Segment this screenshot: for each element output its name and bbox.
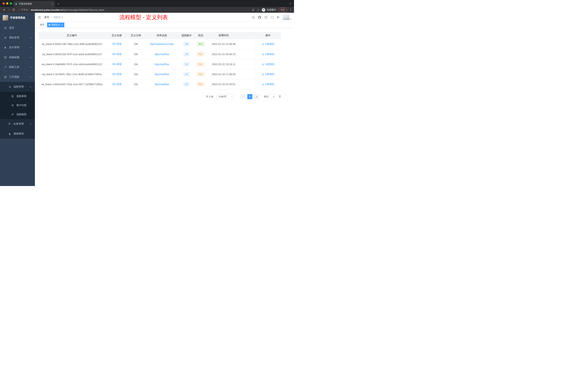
col-header-id: 定义编号 [38, 32, 105, 39]
tag-home[interactable]: 首页 [38, 22, 46, 27]
paper-plane-icon [11, 113, 14, 116]
assign-rule-link[interactable]: 分配规则 [262, 73, 274, 76]
definition-name-link[interactable]: OA 请假 [112, 73, 121, 76]
sidebar-item-process-form[interactable]: 流程表单 [0, 92, 35, 101]
bookmark-star-icon[interactable]: ☆ [257, 8, 260, 11]
version-badge[interactable]: v3 [183, 62, 190, 66]
assign-rule-link[interactable]: 分配规则 [262, 42, 274, 46]
cell-time: 2022-01-16 01:40:51 [208, 79, 239, 89]
user-menu[interactable]: ▾ [283, 14, 291, 20]
definition-name-link[interactable]: OA 请假 [112, 42, 121, 45]
assign-rule-link[interactable]: 分配规则 [262, 83, 274, 86]
form-link[interactable]: /bpm/oa/leave/create [150, 43, 174, 45]
col-header-filler [239, 32, 255, 39]
sidebar-item-devtools[interactable]: 研发工具 [0, 62, 35, 72]
reload-button[interactable] [11, 8, 16, 12]
page-1-button[interactable]: 1 [247, 94, 252, 99]
cell-category: OA [128, 59, 144, 69]
sidebar-item-task-management[interactable]: 任务管理 [0, 119, 35, 129]
sidebar-item-label: 任务管理 [13, 122, 24, 126]
window-zoom-button[interactable] [10, 2, 12, 5]
person-icon [262, 63, 264, 65]
form-link[interactable]: /bpm/oa/flow [155, 63, 169, 66]
sidebar-item-home[interactable]: 首页 [0, 23, 35, 33]
sidebar-item-payment[interactable]: ¥ 支付管理 [0, 43, 35, 52]
table-row: oa_leave:1:482ec033-762a-11ec-8477-a2380… [38, 79, 281, 89]
browser-menu-icon[interactable]: ⋮ [289, 8, 292, 11]
assign-rule-link[interactable]: 分配规则 [262, 63, 274, 66]
definition-name-link[interactable]: OA 请假 [112, 63, 121, 66]
logo-title: 芋道管理系统 [10, 16, 25, 20]
forward-button[interactable] [7, 8, 11, 12]
definition-name-link[interactable]: OA 请假 [112, 53, 121, 55]
sidebar-item-label: 研发工具 [9, 66, 19, 69]
sidebar: 芋道管理系统 首页 系统管理 ¥ 支付管理 基础设施 [0, 13, 35, 186]
address-bar[interactable]: ⚠ 不安全 dashboard.yudao.iocoder.cn/bpm/man… [18, 8, 250, 11]
table-row: oa_leave:4:991f2193-7b7f-11ec-a3c8-acde4… [38, 49, 281, 59]
tag-close-icon[interactable]: × [61, 24, 63, 26]
window-close-button[interactable] [2, 2, 5, 5]
cell-category: OA [128, 79, 144, 89]
security-label[interactable]: 不安全 [21, 8, 28, 11]
sidebar-item-user-group[interactable]: 用户分组 [0, 101, 35, 110]
cell-time: 2022-01-16 17:46:53 [208, 69, 239, 79]
list-icon [8, 86, 11, 88]
definition-name-link[interactable]: OA 请假 [112, 83, 121, 86]
github-icon[interactable] [258, 16, 261, 19]
sidebar-item-label: 流程模型 [16, 113, 27, 116]
person-icon [262, 43, 264, 45]
tools-icon [4, 66, 7, 69]
sidebar-item-process-management[interactable]: 流程管理 [0, 82, 35, 92]
new-tab-button[interactable]: + [56, 1, 61, 6]
version-badge[interactable]: v5 [183, 42, 190, 46]
cell-time: 2022-01-22 20:34:10 [208, 49, 239, 59]
form-link[interactable]: /bpm/oa/flow [155, 83, 169, 86]
browser-tab[interactable]: 芋道管理系统 × [13, 1, 55, 7]
form-link[interactable]: /bpm/oa/flow [155, 73, 169, 76]
tab-search-chevron-icon[interactable] [289, 2, 292, 5]
assign-rule-link[interactable]: 分配规则 [262, 53, 274, 56]
sidebar-item-system[interactable]: 系统管理 [0, 33, 35, 43]
incognito-label: 无痕模式 [267, 8, 276, 11]
cell-category: OA [128, 49, 144, 59]
avatar[interactable] [283, 14, 289, 20]
page-size-value: 10条/页 [219, 95, 227, 98]
version-badge[interactable]: v4 [183, 52, 190, 56]
sidebar-item-leave-query[interactable]: 请假查询 [0, 129, 35, 139]
sidebar-item-label: 流程表单 [16, 95, 27, 98]
sidebar-item-workflow[interactable]: 工作流程 [0, 72, 35, 82]
sidebar-item-label: 工作流程 [9, 75, 19, 79]
tag-process-definition[interactable]: 流程定义 × [47, 22, 64, 27]
version-badge[interactable]: v1 [183, 82, 190, 86]
window-minimize-button[interactable] [6, 2, 8, 5]
password-key-icon[interactable] [252, 8, 255, 11]
hamburger-icon[interactable] [38, 16, 41, 19]
chevron-down-icon [30, 66, 32, 68]
fullscreen-icon[interactable] [271, 16, 274, 19]
help-icon[interactable]: ? [264, 16, 267, 19]
pagination: 共 5 条 10条/页 ▾ ‹ 1 › 前往 页 [38, 94, 281, 99]
active-dot [49, 24, 50, 26]
cell-id: oa_leave:3:1fad3d93-7b75-11ec-a3c8-acde4… [38, 59, 105, 69]
next-page-button[interactable]: › [254, 94, 259, 99]
goto-page-input[interactable] [270, 94, 277, 99]
breadcrumb-home[interactable]: 首页 [44, 16, 49, 19]
page-size-select[interactable]: 10条/页 ▾ [217, 94, 234, 99]
prev-page-button[interactable]: ‹ [240, 94, 245, 99]
tab-close-icon[interactable]: × [52, 2, 53, 5]
cell-time: 2022-01-22 21:48:38 [208, 39, 239, 49]
page-annotation: 流程模型 - 定义列表 [119, 14, 168, 21]
sidebar-item-process-model[interactable]: 流程模型 [0, 110, 35, 119]
search-icon[interactable] [252, 16, 255, 19]
form-link[interactable]: /bpm/oa/flow [155, 53, 169, 56]
update-button[interactable]: 更新 [278, 8, 287, 12]
font-size-icon[interactable]: TT [277, 16, 279, 19]
back-button[interactable] [2, 8, 7, 12]
yen-icon: ¥ [4, 46, 7, 49]
status-badge: 挂起 [197, 72, 205, 77]
sidebar-item-label: 流程管理 [13, 85, 24, 88]
version-badge[interactable]: v2 [183, 72, 190, 76]
sidebar-item-infrastructure[interactable]: 基础设施 [0, 52, 35, 62]
table-header-row: 定义编号 定义名称 定义分类 表单信息 流程版本 状态 部署时间 操作 [38, 32, 281, 39]
person-icon [262, 83, 264, 85]
